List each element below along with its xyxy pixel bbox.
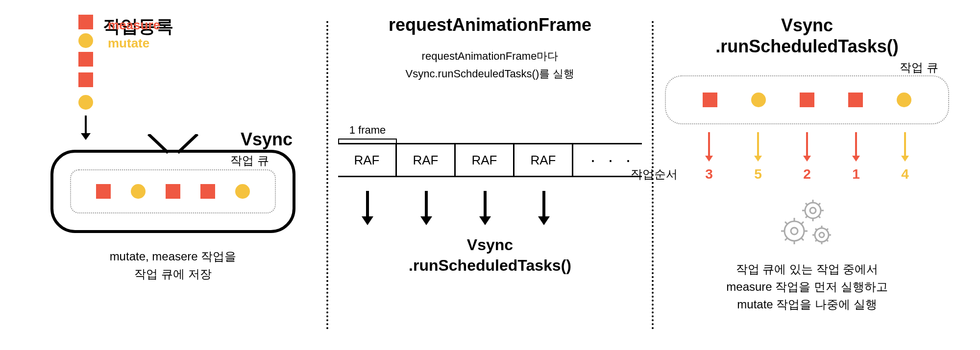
order-label: 작업순서 [631,166,678,182]
mutate-icon [235,184,250,199]
down-arrow-icon [78,116,93,140]
panel1-caption: mutate, measere 작업을 작업 큐에 저장 [110,248,237,283]
svg-line-21 [801,222,804,224]
svg-point-13 [791,228,798,234]
vsync-label: Vsync [241,129,293,150]
svg-line-29 [827,240,828,241]
down-arrow-icon [901,156,909,162]
caption-line: measure 작업을 먼저 실행하고 [726,278,887,296]
legend-measure [78,70,93,89]
caption-line: 작업 큐에 저장 [110,265,237,283]
svg-line-11 [818,203,820,205]
gears-icon [773,197,841,253]
mutate-icon [78,33,93,48]
panel3-queue: 작업 큐 [665,75,949,124]
measure-icon [78,15,93,29]
mutate-icon [897,93,911,107]
panel-raf: requestAnimationFrame requestAnimationFr… [328,15,652,335]
svg-line-10 [806,216,808,218]
panel-run-tasks: Vsync .runScheduledTasks() 작업 큐 작업순서 3 5… [654,15,960,335]
order-num: 3 [702,166,716,182]
svg-line-28 [815,229,817,230]
down-arrow-icon [705,156,713,162]
raf-cell: RAF [338,144,397,176]
svg-line-19 [801,238,804,240]
svg-point-3 [810,208,816,213]
vsync-container: Vsync 작업 큐 [50,150,295,233]
panel2-bottom: Vsync .runScheduledTasks() [409,235,571,276]
task-input-shapes [78,15,93,140]
down-arrow-icon [852,156,860,162]
svg-line-31 [827,229,828,230]
legend-mutate-label: mutate [108,36,173,51]
frame-bracket-label: 1 frame [338,124,397,144]
down-arrow-icon [803,156,811,162]
frame-strip: 1 frame RAF RAF RAF RAF · · · [338,143,642,177]
measure-icon [78,72,93,87]
bottom-line: Vsync [409,235,571,256]
order-num: 5 [751,166,765,182]
measure-icon [96,184,111,199]
order-row: 작업순서 3 5 2 1 4 [665,166,949,182]
svg-line-8 [806,203,808,205]
queue-label: 작업 큐 [230,153,269,168]
panel2-sub2: Vsync.runSchdeuledTasks()를 실행 [406,67,575,81]
order-num: 4 [898,166,912,182]
panel3-caption: 작업 큐에 있는 작업 중에서 measure 작업을 먼저 실행하고 muta… [726,260,887,313]
measure-icon [848,93,863,107]
down-arrow-icon [420,216,432,225]
down-arrow-icon [479,216,491,225]
svg-point-22 [815,228,829,242]
order-num: 1 [849,166,863,182]
panel1-legend-labels: 작업등록 measure mutate [108,15,173,73]
svg-line-18 [785,222,787,224]
order-num: 2 [800,166,814,182]
panel2-sub1: requestAnimationFrame마다 [422,49,559,64]
caption-line: mutate, measere 작업을 [110,248,237,265]
caption-line: mutate 작업을 나중에 실행 [726,296,887,313]
task-queue-box: 작업 큐 [70,169,276,213]
svg-point-23 [819,233,824,237]
mutate-icon [131,184,146,199]
raf-cell: RAF [456,144,514,176]
panel-task-registration: 작업등록 measure mutate Vsync 작업 큐 mutate, m… [20,15,326,335]
measure-icon [200,184,215,199]
bottom-line: .runScheduledTasks() [409,256,571,276]
panel2-title: requestAnimationFrame [389,15,591,35]
down-arrow-icon [362,216,373,225]
down-arrow-icon [754,156,762,162]
legend-measure-label: measure [108,18,173,33]
measure-icon [166,184,180,199]
panel3-arrow-row [665,126,949,162]
funnel-icon [144,134,202,156]
queue-label: 작업 큐 [900,60,938,75]
svg-line-9 [818,216,820,218]
title-line: Vsync [715,15,898,36]
svg-marker-1 [81,133,91,140]
svg-line-30 [815,240,817,241]
svg-line-20 [785,238,787,240]
raf-cell: RAF [397,144,456,176]
down-arrow-icon [538,216,550,225]
panel3-title: Vsync .runScheduledTasks() [715,15,898,57]
raf-arrow-row [338,182,642,225]
caption-line: 작업 큐에 있는 작업 중에서 [726,260,887,278]
title-line: .runScheduledTasks() [715,36,898,57]
measure-icon [78,52,93,67]
measure-icon [800,93,814,107]
legend-mutate [78,93,93,112]
panel1-top: 작업등록 measure mutate [29,15,317,140]
measure-icon [703,93,717,107]
mutate-icon [751,93,766,107]
mutate-icon [78,95,93,110]
raf-cell: RAF [514,144,573,176]
